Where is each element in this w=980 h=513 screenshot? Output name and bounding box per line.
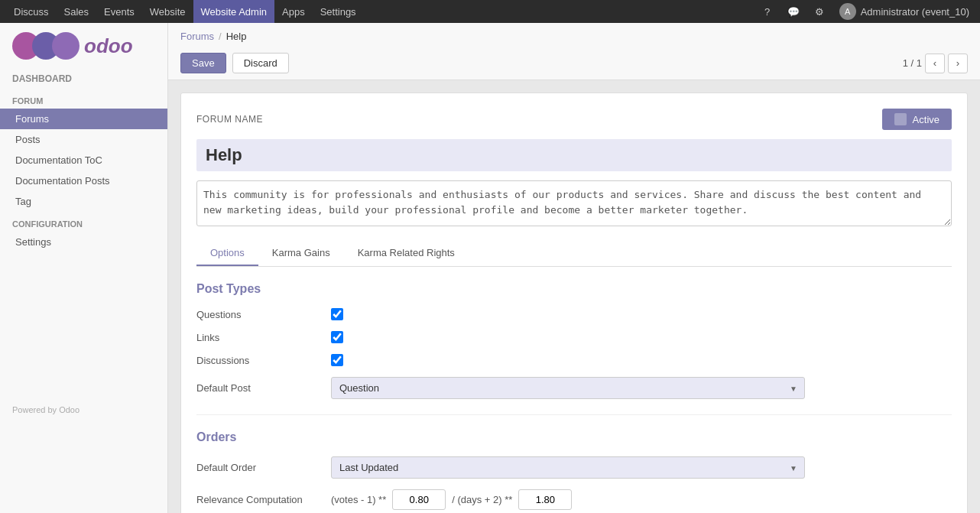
default-post-select[interactable]: Question Link Discussion	[331, 377, 805, 399]
nav-settings[interactable]: Settings	[313, 0, 364, 23]
breadcrumb: Forums / Help	[180, 31, 968, 42]
questions-field: Questions	[196, 308, 952, 320]
status-badge[interactable]: Active	[882, 109, 952, 130]
questions-label: Questions	[196, 309, 319, 320]
user-label: Administrator (event_10)	[861, 6, 969, 18]
odoo-logo-graphic: odoo	[12, 32, 133, 60]
help-icon[interactable]: ?	[757, 1, 778, 22]
breadcrumb-separator: /	[219, 31, 222, 42]
orders-title: Orders	[196, 430, 952, 444]
links-field: Links	[196, 331, 952, 343]
relevance-middle: / (days + 2) **	[452, 494, 512, 505]
section-divider	[196, 414, 952, 415]
form-card: Forum Name Active This community is for …	[180, 93, 968, 513]
post-types-title: Post Types	[196, 282, 952, 296]
default-post-wrapper: Question Link Discussion	[331, 377, 805, 399]
pagination-prev[interactable]: ‹	[925, 54, 945, 73]
save-button[interactable]: Save	[180, 53, 226, 73]
links-checkbox[interactable]	[331, 331, 343, 343]
discussions-label: Discussions	[196, 355, 319, 366]
breadcrumb-parent[interactable]: Forums	[180, 31, 214, 42]
breadcrumb-current: Help	[226, 31, 247, 42]
user-menu[interactable]: A Administrator (event_10)	[835, 3, 974, 20]
sidebar-item-tag[interactable]: Tag	[0, 191, 167, 212]
sidebar-item-posts[interactable]: Posts	[0, 129, 167, 150]
relevance-field: Relevance Computation (votes - 1) ** / (…	[196, 489, 952, 510]
default-order-field: Default Order Last Updated Relevance Vie…	[196, 456, 952, 479]
sidebar-item-documentation-toc[interactable]: Documentation ToC	[0, 150, 167, 170]
pagination-label: 1 / 1	[903, 57, 922, 69]
relevance-computation: (votes - 1) ** / (days + 2) **	[331, 489, 572, 510]
discard-button[interactable]: Discard	[232, 53, 289, 73]
form-container: Forum Name Active This community is for …	[168, 80, 980, 513]
forum-name-label: Forum Name	[196, 114, 263, 125]
nav-sales[interactable]: Sales	[57, 0, 97, 23]
default-order-wrapper: Last Updated Relevance Views	[331, 456, 805, 479]
form-header: Forum Name Active	[196, 109, 952, 130]
default-post-label: Default Post	[196, 382, 319, 394]
nav-events[interactable]: Events	[96, 0, 142, 23]
sidebar-item-settings[interactable]: Settings	[0, 232, 167, 252]
status-label: Active	[913, 114, 939, 125]
avatar: A	[839, 3, 856, 20]
breadcrumb-bar: Forums / Help Save Discard 1 / 1 ‹ ›	[168, 23, 980, 80]
forum-name-input[interactable]	[196, 139, 952, 171]
nav-website-admin[interactable]: Website Admin	[193, 0, 274, 23]
pagination: 1 / 1 ‹ ›	[903, 54, 968, 73]
description-textarea[interactable]: This community is for professionals and …	[196, 180, 952, 226]
chat-icon[interactable]: 💬	[783, 1, 804, 22]
odoo-logo-text: odoo	[84, 34, 133, 58]
app-logo[interactable]: odoo	[0, 23, 167, 69]
powered-by: Powered by Odoo	[0, 252, 167, 420]
top-navigation: Discuss Sales Events Website Website Adm…	[0, 0, 980, 23]
tabs: Options Karma Gains Karma Related Rights	[196, 241, 952, 267]
tab-options[interactable]: Options	[196, 241, 258, 266]
sidebar-item-documentation-posts[interactable]: Documentation Posts	[0, 170, 167, 191]
main-content: Forums / Help Save Discard 1 / 1 ‹ › For…	[168, 23, 980, 513]
discussions-checkbox[interactable]	[331, 354, 343, 366]
default-post-field: Default Post Question Link Discussion	[196, 377, 952, 399]
settings-gear-icon[interactable]: ⚙	[809, 1, 830, 22]
pagination-next[interactable]: ›	[948, 54, 968, 73]
tab-karma-related-rights[interactable]: Karma Related Rights	[344, 241, 469, 266]
links-label: Links	[196, 332, 319, 343]
default-order-label: Default Order	[196, 462, 319, 473]
default-order-select[interactable]: Last Updated Relevance Views	[331, 456, 805, 479]
nav-website[interactable]: Website	[142, 0, 193, 23]
sidebar-item-forums[interactable]: Forums	[0, 109, 167, 129]
discussions-field: Discussions	[196, 354, 952, 366]
relevance-input-2[interactable]	[518, 489, 572, 510]
status-icon	[894, 113, 907, 125]
tab-karma-gains[interactable]: Karma Gains	[258, 241, 344, 266]
sidebar-section-config-label: Configuration	[0, 212, 167, 232]
sidebar-section-forum-label: Forum	[0, 89, 167, 109]
relevance-prefix: (votes - 1) **	[331, 494, 386, 505]
sidebar-section-dashboard: Dashboard	[0, 69, 167, 89]
nav-apps[interactable]: Apps	[274, 0, 313, 23]
relevance-input-1[interactable]	[392, 489, 446, 510]
sidebar: odoo Dashboard Forum Forums Posts Docume…	[0, 23, 168, 513]
toolbar: Save Discard 1 / 1 ‹ ›	[180, 48, 968, 80]
questions-checkbox[interactable]	[331, 308, 343, 320]
nav-discuss[interactable]: Discuss	[6, 0, 57, 23]
relevance-label: Relevance Computation	[196, 494, 319, 505]
